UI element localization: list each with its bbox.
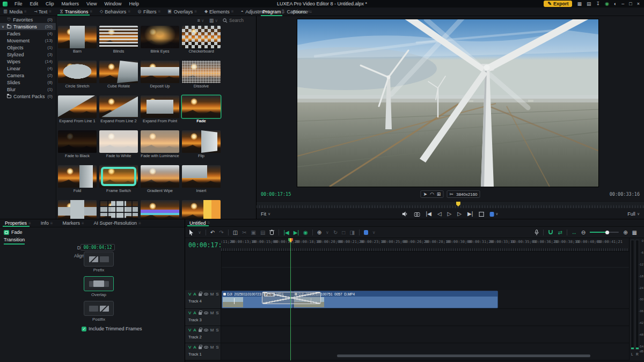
zoom-to-fit-button[interactable]: ↔ — [572, 230, 577, 235]
transition-tile[interactable]: Iris 1 — [58, 200, 97, 219]
transition-thumbnail[interactable] — [58, 165, 97, 188]
track-audio-toggle[interactable]: A — [193, 311, 196, 315]
transition-tile[interactable]: Insert — [182, 165, 221, 194]
grip-icon[interactable]: ≡ — [283, 10, 286, 14]
close-button[interactable]: × — [637, 1, 640, 6]
transition-tile[interactable]: Fade to Black — [58, 130, 97, 159]
transition-thumbnail[interactable] — [141, 130, 179, 153]
microphone-icon[interactable] — [535, 230, 539, 235]
sidebar-category[interactable]: Wipes (14) — [0, 58, 56, 65]
track-audio-toggle[interactable]: A — [193, 292, 196, 297]
checkbox-checked-icon[interactable]: ✓ — [82, 327, 86, 331]
fullscreen-icon[interactable] — [479, 212, 484, 217]
include-trimmed-frames-option[interactable]: ✓ Include Trimmed Frames — [82, 326, 142, 331]
transition-thumbnail[interactable] — [99, 26, 138, 48]
timeline-empty-area[interactable] — [185, 252, 629, 290]
menu-item[interactable]: Window — [100, 0, 125, 8]
frame-snapshot-button[interactable]: □ — [342, 230, 345, 235]
track-mute-toggle[interactable]: M — [210, 292, 214, 297]
properties-tab[interactable]: Properties ≡ — [0, 219, 36, 227]
account-icon[interactable]: ◉ — [605, 0, 609, 8]
grip-icon[interactable]: ≡ — [208, 220, 210, 225]
grip-icon[interactable]: ≡ — [49, 9, 52, 14]
trash-icon[interactable] — [269, 230, 274, 235]
chevron-down-icon[interactable]: ∨ — [326, 230, 329, 235]
grip-icon[interactable]: ≡ — [90, 9, 93, 14]
transition-thumbnail[interactable] — [58, 61, 97, 83]
speaker-icon[interactable] — [402, 211, 408, 217]
track-video-toggle[interactable]: V — [188, 328, 191, 333]
track-solo-toggle[interactable]: S — [216, 328, 218, 333]
zoom-in-button[interactable]: ⊕ — [623, 230, 627, 235]
track-solo-toggle[interactable]: S — [216, 292, 218, 297]
transition-thumbnail[interactable] — [58, 26, 97, 48]
play-button[interactable]: ▷ — [448, 210, 452, 218]
eye-icon[interactable] — [204, 329, 208, 331]
alignment-card[interactable] — [84, 301, 114, 316]
menu-item[interactable]: Help — [125, 0, 143, 8]
transition-tile[interactable]: Linear 1 — [141, 200, 179, 219]
copy-button[interactable]: ▣ — [251, 230, 255, 235]
lock-icon[interactable] — [199, 312, 202, 315]
chevron-down-icon[interactable]: ∨ — [2, 25, 4, 29]
transition-tile[interactable]: Expand From Line 1 — [58, 95, 97, 124]
track-video-toggle[interactable]: V — [188, 311, 191, 315]
snap-magnet-icon[interactable] — [548, 230, 553, 235]
layout-icon[interactable]: ▦ — [577, 0, 582, 8]
transition-tile[interactable]: Flip — [182, 130, 221, 159]
menu-item[interactable]: Markers — [58, 0, 83, 8]
ribbon-tab[interactable]: T Text ≡ — [31, 8, 55, 16]
transition-tile[interactable]: Frame Switch — [99, 165, 138, 194]
crop-tool-icon[interactable]: ⊞ — [437, 191, 441, 197]
sidebar-category[interactable]: Objects (1) — [0, 44, 56, 51]
transition-tile[interactable]: Iris 2 — [99, 200, 138, 219]
eye-icon[interactable] — [204, 293, 208, 295]
transition-thumbnail[interactable] — [58, 200, 97, 219]
properties-tab[interactable]: AI Super-Resolution ≡ — [89, 219, 146, 227]
fade-transition-clip[interactable]: Fade — [262, 292, 321, 304]
undo-button[interactable]: ↶ — [210, 230, 215, 235]
menu-item[interactable]: File — [11, 0, 26, 8]
ribbon-tab[interactable]: ◎ Filters ≡ — [134, 8, 164, 16]
redo-button[interactable]: ↷ — [219, 230, 223, 235]
timeline-clip[interactable]: DJI_20250110100751_0057_D.MP4 — [293, 291, 498, 308]
track-video-toggle[interactable]: V — [188, 292, 191, 297]
transition-thumbnail[interactable] — [182, 95, 221, 118]
duration-field[interactable]: 00:00:04;12 — [80, 244, 115, 250]
grip-icon[interactable]: ≡ — [194, 9, 197, 14]
properties-tab[interactable]: Markers ≡ — [57, 219, 89, 227]
grip-icon[interactable]: ≡ — [50, 221, 53, 226]
sidebar-category[interactable]: ♡ Favorites (0) — [0, 16, 56, 23]
sidebar-category[interactable]: Slides (8) — [0, 79, 56, 86]
track-mute-toggle[interactable]: M — [210, 328, 214, 333]
track-mute-toggle[interactable]: M — [210, 311, 214, 315]
export-button[interactable]: ✎Export — [544, 1, 572, 7]
grip-icon[interactable]: ≡ — [138, 221, 141, 226]
transition-thumbnail[interactable] — [182, 200, 221, 219]
transition-thumbnail[interactable] — [141, 61, 179, 83]
previous-edit-button[interactable]: |◀ — [283, 230, 289, 235]
transition-thumbnail[interactable] — [58, 95, 97, 118]
track-audio-toggle[interactable]: A — [193, 345, 196, 350]
grip-icon[interactable]: ≡ — [310, 10, 312, 14]
transition-tile[interactable]: Checkerboard — [182, 26, 221, 54]
horizontal-scrollbar[interactable] — [337, 354, 590, 357]
transition-thumbnail[interactable] — [141, 200, 179, 219]
lock-icon[interactable] — [199, 329, 202, 332]
select-tool-icon[interactable] — [189, 230, 194, 235]
go-to-start-button[interactable]: |◀ — [426, 210, 431, 218]
sidebar-category[interactable]: Content Packs (0) — [0, 93, 56, 100]
track-audio-toggle[interactable]: A — [193, 328, 196, 333]
transition-tile[interactable]: Fade to White — [99, 130, 138, 159]
sidebar-category[interactable]: Fades (4) — [0, 30, 56, 37]
menu-item[interactable]: View — [83, 0, 100, 8]
theme-icon[interactable]: ◐ — [614, 0, 617, 8]
hand-tool-icon[interactable]: ◠ — [430, 191, 434, 197]
monitor-tab[interactable]: Source ≡ — [289, 8, 316, 16]
transition-thumbnail[interactable] — [99, 61, 138, 83]
grip-icon[interactable]: ≡ — [128, 9, 130, 14]
lock-icon[interactable] — [199, 293, 202, 296]
audio-mixer-button[interactable]: ▦ — [632, 230, 637, 235]
transition-tile[interactable]: Fold — [58, 165, 97, 194]
export-frame-button[interactable]: ◨ — [349, 230, 354, 235]
